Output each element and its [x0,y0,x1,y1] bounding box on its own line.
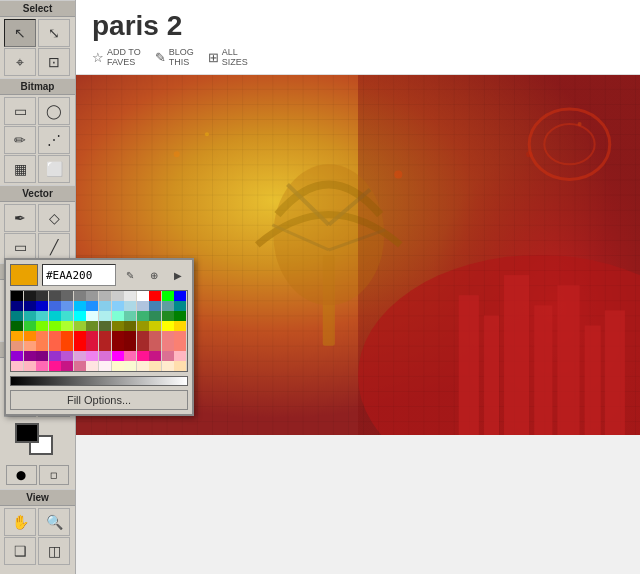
color-cell[interactable] [99,311,111,321]
color-cell[interactable] [24,291,36,301]
color-cell[interactable] [24,311,36,321]
picker-edit-btn[interactable]: ✎ [120,265,140,285]
view-tool-1[interactable]: ❑ [4,537,36,565]
color-cell[interactable] [137,311,149,321]
color-cell[interactable] [149,321,161,331]
color-cell[interactable] [86,311,98,321]
color-cell[interactable] [36,341,48,351]
all-sizes-action[interactable]: ⊞ ALLSIZES [208,48,248,68]
color-cell[interactable] [112,351,124,361]
color-cell[interactable] [112,341,124,351]
color-cell[interactable] [86,331,98,341]
color-cell[interactable] [112,361,124,371]
color-cell[interactable] [86,291,98,301]
color-cell[interactable] [74,321,86,331]
pencil-tool[interactable]: ✏ [4,126,36,154]
color-cell[interactable] [24,341,36,351]
color-cell[interactable] [74,311,86,321]
color-cell[interactable] [74,361,86,371]
color-cell[interactable] [11,351,23,361]
color-cell[interactable] [61,331,73,341]
picker-arrow-btn[interactable]: ▶ [168,265,188,285]
color-cell[interactable] [174,321,186,331]
eraser-tool[interactable]: ⬜ [38,155,70,183]
color-cell[interactable] [162,341,174,351]
arrow-tool[interactable]: ↖ [4,19,36,47]
color-cell[interactable] [61,361,73,371]
pen-tool[interactable]: ✒ [4,204,36,232]
color-cell[interactable] [74,291,86,301]
color-cell[interactable] [99,321,111,331]
color-cell[interactable] [174,341,186,351]
color-cell[interactable] [149,301,161,311]
color-cell[interactable] [61,311,73,321]
color-cell[interactable] [124,331,136,341]
color-cell[interactable] [137,291,149,301]
color-cell[interactable] [36,311,48,321]
color-cell[interactable] [24,361,36,371]
color-cell[interactable] [11,301,23,311]
color-cell[interactable] [124,361,136,371]
color-cell[interactable] [99,291,111,301]
color-cell[interactable] [49,361,61,371]
node-tool[interactable]: ◇ [38,204,70,232]
color-cell[interactable] [61,351,73,361]
color-cell[interactable] [174,351,186,361]
color-cell[interactable] [99,331,111,341]
color-cell[interactable] [112,291,124,301]
color-cell[interactable] [112,331,124,341]
color-cell[interactable] [174,311,186,321]
color-cell[interactable] [36,291,48,301]
color-cell[interactable] [61,341,73,351]
color-cell[interactable] [162,321,174,331]
view-tool-2[interactable]: ◫ [38,537,70,565]
rect-tool[interactable]: ▭ [4,233,36,261]
color-cell[interactable] [149,341,161,351]
color-cell[interactable] [99,351,111,361]
color-cell[interactable] [137,321,149,331]
color-cell[interactable] [112,301,124,311]
hand-tool[interactable]: ✋ [4,508,36,536]
color-cell[interactable] [174,301,186,311]
color-cell[interactable] [86,351,98,361]
color-cell[interactable] [11,331,23,341]
picker-color-wheel-btn[interactable]: ⊕ [144,265,164,285]
color-cell[interactable] [162,311,174,321]
color-cell[interactable] [162,351,174,361]
color-cell[interactable] [11,321,23,331]
color-cell[interactable] [61,321,73,331]
color-cell[interactable] [124,321,136,331]
color-cell[interactable] [174,291,186,301]
color-cell[interactable] [49,301,61,311]
color-cell[interactable] [36,351,48,361]
color-mode-1[interactable]: ⬤ [6,465,37,485]
color-cell[interactable] [61,291,73,301]
color-cell[interactable] [86,341,98,351]
color-cell[interactable] [11,291,23,301]
color-cell[interactable] [49,321,61,331]
color-cell[interactable] [137,301,149,311]
picker-swatch[interactable] [10,264,38,286]
color-cell[interactable] [137,331,149,341]
color-cell[interactable] [112,311,124,321]
color-cell[interactable] [74,331,86,341]
color-cell[interactable] [137,361,149,371]
lasso-tool[interactable]: ⌖ [4,48,36,76]
color-cell[interactable] [149,361,161,371]
color-mode-2[interactable]: ◻ [39,465,70,485]
color-cell[interactable] [112,321,124,331]
color-cell[interactable] [99,301,111,311]
color-cell[interactable] [149,291,161,301]
marquee-tool[interactable]: ⤡ [38,19,70,47]
color-cell[interactable] [124,311,136,321]
color-cell[interactable] [11,311,23,321]
color-cell[interactable] [99,341,111,351]
blog-this-action[interactable]: ✎ BLOGTHIS [155,48,194,68]
color-cell[interactable] [74,351,86,361]
color-cell[interactable] [162,291,174,301]
color-cell[interactable] [24,301,36,311]
color-cell[interactable] [36,361,48,371]
line-tool[interactable]: ╱ [38,233,70,261]
brush-tool[interactable]: ⋰ [38,126,70,154]
color-cell[interactable] [174,361,186,371]
